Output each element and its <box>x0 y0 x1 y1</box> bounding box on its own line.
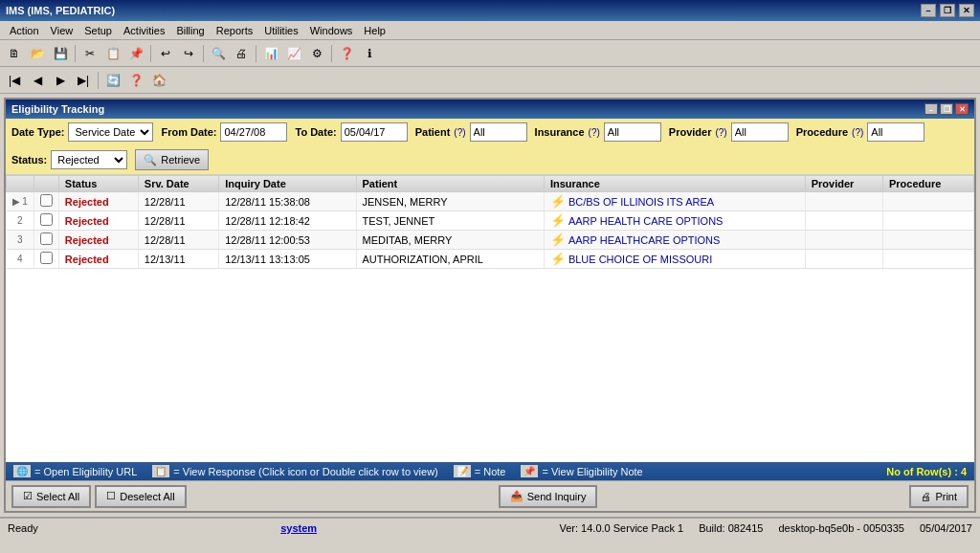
tb2-last[interactable]: ▶| <box>73 70 94 91</box>
row-insurance[interactable]: ⚡ AARP HEALTH CARE OPTIONS <box>544 211 805 231</box>
row-srv-date: 12/28/11 <box>138 211 218 231</box>
row-checkbox-cell[interactable] <box>33 192 58 211</box>
tb-help[interactable]: ❓ <box>336 43 357 64</box>
to-date-input[interactable] <box>341 122 408 142</box>
tb2-next[interactable]: ▶ <box>50 70 71 91</box>
footer-status: Ready <box>8 522 38 534</box>
row-inquiry-date: 12/28/11 12:18:42 <box>219 211 356 231</box>
procedure-help[interactable]: (?) <box>852 127 863 138</box>
date-type-select[interactable]: Service Date <box>68 122 153 142</box>
tb-save[interactable]: 💾 <box>50 43 71 64</box>
insurance-link[interactable]: ⚡ BC/BS OF ILLINOIS ITS AREA <box>550 194 799 209</box>
action-bar: ☑ Select All ☐ Deselect All 📤 Send Inqui… <box>6 480 974 511</box>
send-inquiry-button[interactable]: 📤 Send Inquiry <box>499 485 598 508</box>
menu-activities[interactable]: Activities <box>118 24 170 37</box>
menu-windows[interactable]: Windows <box>304 24 359 37</box>
elig-minimize-btn[interactable]: – <box>924 103 938 115</box>
view-note-icon: 📌 <box>521 465 538 477</box>
row-checkbox-cell[interactable] <box>33 231 58 250</box>
insurance-help[interactable]: (?) <box>589 127 600 138</box>
insurance-link[interactable]: ⚡ AARP HEALTH CARE OPTIONS <box>550 213 799 228</box>
patient-input[interactable] <box>470 122 527 142</box>
tb2-first[interactable]: |◀ <box>4 70 25 91</box>
tb-info[interactable]: ℹ <box>359 43 380 64</box>
row-checkbox-cell[interactable] <box>33 211 58 231</box>
row-procedure <box>882 211 973 231</box>
filter-bar: Date Type: Service Date From Date: To Da… <box>6 119 974 175</box>
tb2-refresh[interactable]: 🔄 <box>102 70 123 91</box>
row-status: Rejected <box>58 211 138 231</box>
footer: Ready system Ver: 14.0.0 Service Pack 1 … <box>0 517 980 538</box>
filter-insurance: Insurance (?) <box>535 122 661 142</box>
tb-undo[interactable]: ↩ <box>155 43 176 64</box>
row-insurance[interactable]: ⚡ AARP HEALTHCARE OPTIONS <box>544 231 805 250</box>
close-btn[interactable]: ✕ <box>959 4 974 17</box>
elig-restore-btn[interactable]: ❐ <box>940 103 953 115</box>
tb-settings[interactable]: ⚙ <box>306 43 327 64</box>
send-inquiry-icon: 📤 <box>510 490 523 502</box>
menu-view[interactable]: View <box>45 24 79 37</box>
table-row[interactable]: 2 Rejected 12/28/11 12/28/11 12:18:42 TE… <box>7 211 974 231</box>
tb-chart[interactable]: 📈 <box>283 43 304 64</box>
tb-paste[interactable]: 📌 <box>125 43 146 64</box>
insurance-link[interactable]: ⚡ BLUE CHOICE OF MISSOURI <box>550 252 799 266</box>
tb-copy[interactable]: 📋 <box>102 43 123 64</box>
row-insurance[interactable]: ⚡ BC/BS OF ILLINOIS ITS AREA <box>544 192 805 211</box>
deselect-all-label: Deselect All <box>120 491 174 502</box>
menu-help[interactable]: Help <box>358 24 391 37</box>
status-select[interactable]: Rejected <box>51 150 127 169</box>
footer-user[interactable]: system <box>280 522 317 534</box>
tb-sep-1 <box>75 45 76 62</box>
tb-report[interactable]: 📊 <box>260 43 281 64</box>
elig-close-btn[interactable]: ✕ <box>955 103 969 115</box>
retrieve-button[interactable]: 🔍 Retrieve <box>135 149 209 170</box>
row-checkbox[interactable] <box>40 252 53 264</box>
tb2-help2[interactable]: ❓ <box>125 70 146 91</box>
table-row[interactable]: 3 Rejected 12/28/11 12/28/11 12:00:53 ME… <box>7 231 974 250</box>
table-row[interactable]: ▶ 1 Rejected 12/28/11 12/28/11 15:38:08 … <box>7 192 974 211</box>
procedure-input[interactable] <box>867 122 924 142</box>
eligibility-table-container[interactable]: Status Srv. Date Inquiry Date Patient In… <box>6 175 974 462</box>
menu-setup[interactable]: Setup <box>78 24 118 37</box>
provider-input[interactable] <box>731 122 789 142</box>
provider-help[interactable]: (?) <box>715 127 726 138</box>
filter-status: Status: Rejected <box>11 150 127 169</box>
table-row[interactable]: 4 Rejected 12/13/11 12/13/11 13:13:05 AU… <box>7 250 974 269</box>
tb-find[interactable]: 🔍 <box>208 43 229 64</box>
row-checkbox[interactable] <box>40 232 53 245</box>
row-checkbox[interactable] <box>40 194 53 207</box>
legend-view-note-text: = View Eligibility Note <box>542 466 642 477</box>
send-inquiry-label: Send Inquiry <box>527 491 587 502</box>
tb-cut[interactable]: ✂ <box>79 43 100 64</box>
from-date-input[interactable] <box>220 122 287 142</box>
menu-utilities[interactable]: Utilities <box>258 24 303 37</box>
menu-billing[interactable]: Billing <box>170 24 210 37</box>
insurance-icon: ⚡ <box>550 194 566 209</box>
tb-print[interactable]: 🖨 <box>231 43 252 64</box>
menu-action[interactable]: Action <box>4 24 45 37</box>
patient-help[interactable]: (?) <box>454 127 465 138</box>
minimize-btn[interactable]: – <box>921 4 936 17</box>
insurance-input[interactable] <box>604 122 661 142</box>
filter-patient: Patient (?) <box>415 122 527 142</box>
action-bar-right: 🖨 Print <box>909 485 969 508</box>
tb-open[interactable]: 📂 <box>27 43 48 64</box>
select-all-button[interactable]: ☑ Select All <box>11 485 91 508</box>
tb-redo[interactable]: ↪ <box>178 43 199 64</box>
row-patient: JENSEN, MERRY <box>356 192 544 211</box>
insurance-label: Insurance <box>535 126 585 138</box>
insurance-link[interactable]: ⚡ AARP HEALTHCARE OPTIONS <box>550 232 799 247</box>
row-checkbox-cell[interactable] <box>33 250 58 269</box>
row-count-display: No of Row(s) : 4 <box>886 466 967 477</box>
print-button[interactable]: 🖨 Print <box>909 485 969 508</box>
tb2-home[interactable]: 🏠 <box>148 70 169 91</box>
row-checkbox[interactable] <box>40 213 53 226</box>
menu-reports[interactable]: Reports <box>211 24 259 37</box>
row-insurance[interactable]: ⚡ BLUE CHOICE OF MISSOURI <box>544 250 805 269</box>
maximize-btn[interactable]: ❐ <box>940 4 955 17</box>
deselect-all-button[interactable]: ☐ Deselect All <box>95 485 186 508</box>
legend-open-url: 🌐 = Open Eligibility URL <box>13 465 137 477</box>
tb-new[interactable]: 🗎 <box>4 43 25 64</box>
tb2-prev[interactable]: ◀ <box>27 70 48 91</box>
print-icon: 🖨 <box>921 491 931 502</box>
